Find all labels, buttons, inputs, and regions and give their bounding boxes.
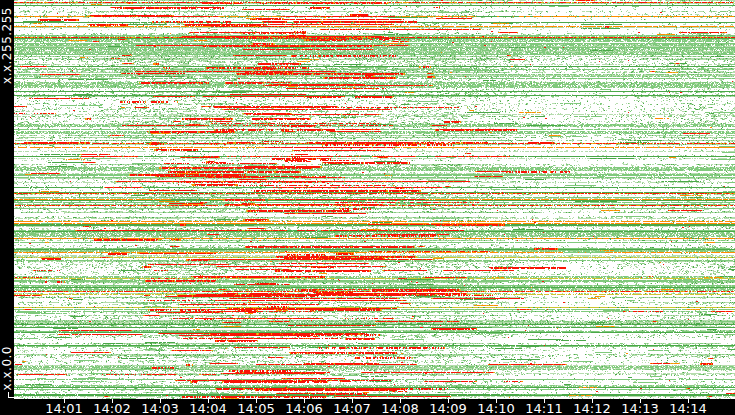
x-tick-label: 14:05 (237, 402, 274, 415)
x-axis: 14:0114:0214:0314:0414:0514:0614:0714:08… (0, 399, 735, 415)
x-tick-label: 14:04 (189, 402, 226, 415)
x-tick-label: 14:07 (333, 402, 370, 415)
x-tick-label: 14:03 (141, 402, 178, 415)
traffic-plot-canvas (14, 0, 735, 399)
y-axis-max-label: x.x.255.255 (0, 7, 14, 84)
x-tick-label: 14:08 (381, 402, 418, 415)
x-tick-label: 14:12 (573, 402, 610, 415)
x-tick-label: 14:11 (525, 402, 562, 415)
x-tick-label: 14:06 (285, 402, 322, 415)
y-axis-origin-tick (8, 392, 14, 398)
x-tick-label: 14:13 (621, 402, 658, 415)
y-axis-min-label: x.x.0.0 (0, 346, 14, 390)
x-tick-label: 14:10 (477, 402, 514, 415)
x-tick-label: 14:02 (93, 402, 130, 415)
traffic-visualization-window: x.x.255.255 x.x.0.0 14:0114:0214:0314:04… (0, 0, 735, 415)
x-tick-label: 14:14 (669, 402, 706, 415)
x-tick-label: 14:09 (429, 402, 466, 415)
x-tick-label: 14:01 (45, 402, 82, 415)
y-axis: x.x.255.255 x.x.0.0 (0, 0, 14, 399)
